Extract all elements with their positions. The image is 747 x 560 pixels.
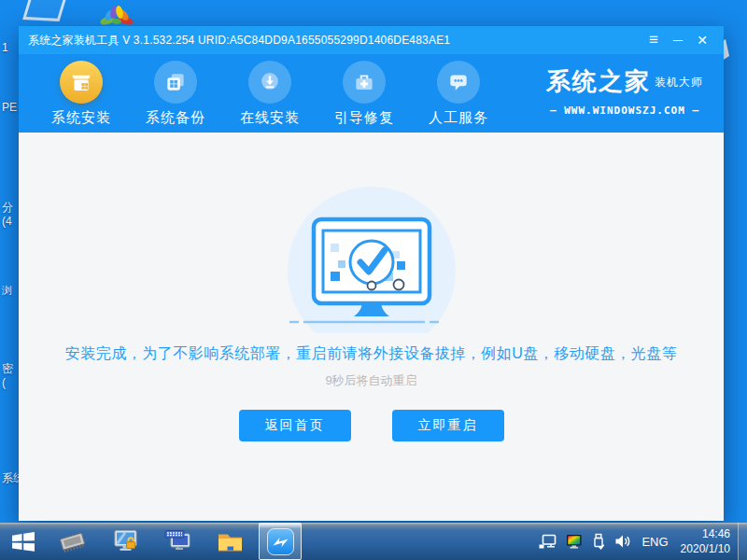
brand-website: — WWW.WINDOWSZJ.COM — (546, 105, 703, 117)
desktop-icon-label-fragment[interactable]: 浏 (2, 284, 12, 298)
show-desktop-button[interactable] (738, 523, 747, 560)
volume-icon[interactable] (613, 534, 631, 549)
close-icon[interactable]: ✕ (690, 26, 714, 54)
file-explorer-app[interactable] (204, 523, 256, 560)
menu-icon[interactable]: ≡ (641, 26, 666, 54)
main-content: 安装完成，为了不影响系统部署，重启前请将外接设备拔掉，例如U盘，移动硬盘，光盘等… (19, 133, 724, 521)
nav-item-label: 系统安装 (46, 109, 117, 127)
nav-item-boot-repair[interactable]: 引导修复 (329, 54, 400, 133)
boot-repair-toolbox-icon (343, 61, 386, 104)
desktop-icon-label-fragment[interactable]: (4 (2, 215, 12, 228)
nav-bar: 系统安装 系统备份 (19, 54, 724, 133)
windows-logo-icon (11, 531, 35, 553)
screen-lock-app[interactable] (99, 523, 151, 560)
desktop[interactable]: 1 PE 分 (4 浏 密 ( 系统 系统之家装机工具 V 3.1.532.25… (0, 0, 747, 560)
memory-chip-app[interactable] (47, 523, 99, 560)
nav-item-label: 系统备份 (140, 109, 211, 127)
completion-message: 安装完成，为了不影响系统部署，重启前请将外接设备拔掉，例如U盘，移动硬盘，光盘等 (19, 344, 724, 364)
return-home-button[interactable]: 返回首页 (239, 410, 351, 441)
desktop-icon-label-fragment[interactable]: 密 (2, 361, 13, 377)
zhuangji-installer-app[interactable] (259, 523, 302, 560)
brand-title: 系统之家 (546, 67, 651, 95)
install-complete-illustration (260, 182, 484, 333)
desktop-icon-label-fragment[interactable]: ( (2, 376, 6, 389)
taskbar: ENG 14:46 2020/1/10 (0, 523, 747, 560)
support-chat-icon (437, 61, 480, 104)
nav-item-label: 人工服务 (423, 109, 494, 127)
window-title: 系统之家装机工具 V 3.1.532.254 URID:A5C84DD9A165… (28, 33, 641, 49)
clock-date: 2020/1/10 (681, 541, 730, 556)
nav-item-label: 引导修复 (329, 109, 400, 127)
minimize-icon[interactable]: ─ (666, 26, 690, 54)
installer-window: 系统之家装机工具 V 3.1.532.254 URID:A5C84DD9A165… (19, 26, 724, 521)
system-tray: ENG 14:46 2020/1/10 (538, 523, 730, 560)
usb-safely-remove-icon[interactable] (592, 533, 605, 550)
clock-time: 14:46 (681, 526, 730, 541)
keyboard-monitor-icon (163, 528, 192, 554)
desktop-flower-icon[interactable] (98, 2, 135, 28)
backup-copies-icon (154, 61, 197, 104)
language-indicator[interactable]: ENG (641, 535, 668, 549)
brand-logo: 系统之家装机大师 — WWW.WINDOWSZJ.COM — (546, 65, 703, 117)
display-settings-icon[interactable] (565, 534, 584, 550)
memory-chip-icon (58, 528, 88, 554)
clock[interactable]: 14:46 2020/1/10 (681, 526, 730, 556)
desktop-monitor-icon[interactable] (22, 0, 67, 21)
nav-item-system-install[interactable]: 系统安装 (46, 54, 117, 133)
desktop-icon-label-fragment[interactable]: PE (2, 101, 17, 114)
screen-lock-icon (111, 528, 140, 554)
start-button[interactable] (0, 523, 47, 560)
folder-icon (216, 529, 245, 553)
brand-subtitle: 装机大师 (655, 76, 703, 89)
action-buttons: 返回首页 立即重启 (19, 410, 724, 441)
nav-item-label: 在线安装 (234, 109, 305, 127)
restart-countdown: 9秒后将自动重启 (19, 372, 724, 389)
desktop-icon-label-fragment[interactable]: 分 (2, 200, 13, 216)
installer-swoosh-icon (266, 527, 295, 556)
network-icon[interactable] (538, 534, 557, 550)
titlebar[interactable]: 系统之家装机工具 V 3.1.532.254 URID:A5C84DD9A165… (19, 26, 724, 54)
onscreen-keyboard-app[interactable] (151, 523, 204, 560)
online-download-icon (248, 61, 291, 104)
install-box-icon (60, 61, 103, 104)
nav-item-system-backup[interactable]: 系统备份 (140, 54, 211, 133)
nav-item-online-install[interactable]: 在线安装 (234, 54, 305, 133)
restart-now-button[interactable]: 立即重启 (392, 410, 504, 441)
desktop-icon-label-fragment[interactable]: 1 (2, 41, 8, 54)
nav-item-support[interactable]: 人工服务 (423, 54, 494, 133)
